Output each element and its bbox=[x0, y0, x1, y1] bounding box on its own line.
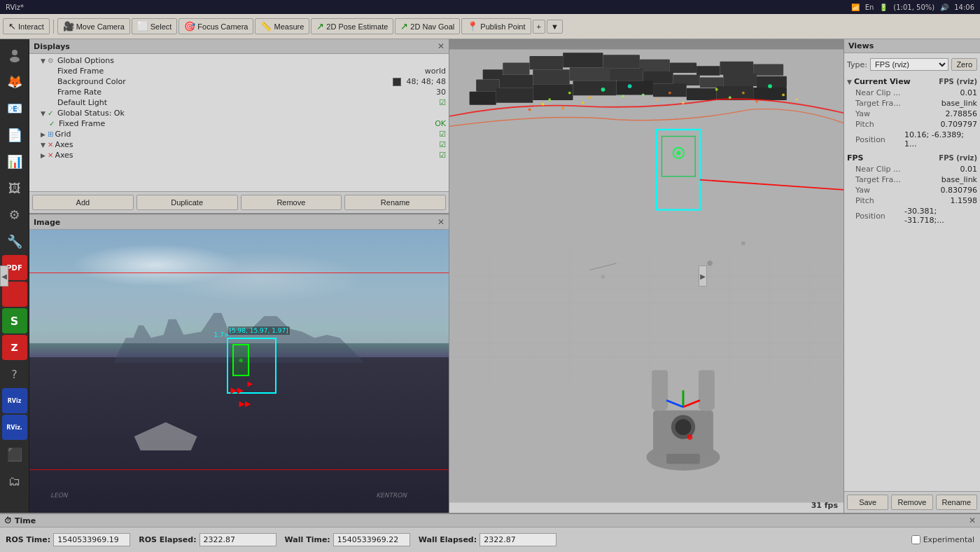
fps-section-label: FPS bbox=[847, 153, 937, 163]
bottom-panel: ⏱ Time ✕ ROS Time: 1540533969.19 ROS Ela… bbox=[0, 513, 980, 552]
sidebar-icon-user[interactable] bbox=[2, 42, 27, 67]
add-toolbar-button[interactable]: + bbox=[533, 20, 545, 34]
views-zero-button[interactable]: Zero bbox=[951, 58, 977, 71]
remove-button[interactable]: Remove bbox=[241, 195, 342, 210]
sidebar-icon-rviz2[interactable]: RViz. bbox=[2, 415, 27, 440]
svg-point-1 bbox=[10, 57, 20, 62]
svg-rect-31 bbox=[670, 63, 696, 73]
interact-button[interactable]: ↖ Interact bbox=[3, 18, 50, 34]
tree-item-axes2[interactable]: ▶ ✕ Axes ☑ bbox=[31, 150, 447, 160]
displays-panel: Displays ✕ ▼ ⚙ Global Options Fixed Fram… bbox=[29, 39, 449, 214]
experimental-checkbox[interactable] bbox=[911, 535, 920, 544]
views-type-label: Type: bbox=[847, 60, 867, 69]
system-bar-left: RViz* bbox=[6, 4, 24, 11]
fps-section-header[interactable]: FPS FPS (rviz) bbox=[847, 152, 977, 164]
svg-rect-47 bbox=[533, 84, 573, 100]
sidebar-icon-chart[interactable]: 📊 bbox=[2, 149, 27, 174]
wall-elapsed-label: Wall Elapsed: bbox=[419, 535, 477, 544]
tree-item-global-status[interactable]: ▼ ✓ Global Status: Ok bbox=[31, 108, 447, 118]
views-type-select[interactable]: FPS (rviz) bbox=[870, 58, 948, 71]
svg-rect-90 bbox=[666, 454, 700, 464]
tree-item-fixed-frame[interactable]: Fixed Frame world bbox=[31, 66, 447, 76]
ros-elapsed-value: 2322.87 bbox=[200, 533, 276, 546]
nav-goal-button[interactable]: ↗ 2D Nav Goal bbox=[395, 18, 460, 34]
select-button[interactable]: ⬜ Select bbox=[132, 18, 178, 34]
sidebar-icon-z-red[interactable]: Z bbox=[2, 335, 27, 360]
svg-point-55 bbox=[568, 92, 571, 95]
publish-point-button[interactable]: 📍 Publish Point bbox=[461, 18, 531, 34]
focus-camera-button[interactable]: 🎯 Focus Camera bbox=[178, 18, 253, 34]
current-view-type: FPS (rviz) bbox=[939, 78, 977, 85]
tree-item-grid[interactable]: ▶ ⊞ Grid ☑ bbox=[31, 129, 447, 139]
svg-point-59 bbox=[542, 103, 545, 106]
svg-point-68 bbox=[715, 88, 718, 91]
collapse-left-button[interactable]: ◀ bbox=[0, 265, 8, 287]
tree-item-frame-rate[interactable]: Frame Rate 30 bbox=[31, 87, 447, 97]
wall-elapsed-field: Wall Elapsed: 2322.87 bbox=[419, 533, 556, 546]
sidebar-icon-rviz[interactable]: RViz bbox=[2, 388, 27, 413]
sidebar-icon-bottom[interactable]: 🗂 bbox=[2, 468, 27, 493]
views-save-button[interactable]: Save bbox=[847, 495, 888, 510]
measure-button[interactable]: 📏 Measure bbox=[255, 18, 309, 34]
pose-estimate-button[interactable]: ↗ 2D Pose Estimate bbox=[311, 18, 393, 34]
fps-target-frame-value: base_link bbox=[941, 175, 977, 184]
collapse-right-button[interactable]: ▶ bbox=[699, 265, 707, 287]
sidebar-icon-s[interactable]: S bbox=[2, 308, 27, 333]
sidebar-icon-firefox[interactable]: 🦊 bbox=[2, 69, 27, 94]
toolbar-extra-button[interactable]: ▼ bbox=[547, 20, 563, 34]
fixed-frame-label: Fixed Frame bbox=[57, 67, 422, 76]
sidebar-icon-email[interactable]: 📧 bbox=[2, 95, 27, 120]
svg-point-61 bbox=[582, 102, 584, 104]
sidebar-icon-wrench[interactable]: 🔧 bbox=[2, 228, 27, 254]
displays-close-button[interactable]: ✕ bbox=[438, 41, 444, 51]
move-camera-icon: 🎥 bbox=[63, 21, 74, 32]
app-title: RViz* bbox=[6, 4, 24, 11]
svg-rect-45 bbox=[470, 92, 496, 105]
fps-section: FPS FPS (rviz) Near Clip ... 0.01 Target… bbox=[847, 152, 977, 226]
current-view-label: Current View bbox=[854, 77, 937, 86]
tree-item-axes[interactable]: ▼ ✕ Axes ☑ bbox=[31, 139, 447, 150]
3d-view[interactable]: 31 fps ▶ bbox=[449, 39, 844, 513]
image-content[interactable]: [5.98, 15.97, 1.97] ⊕ ▶▶ ▶▶ ▶ 1.7> LEON … bbox=[29, 230, 449, 513]
svg-point-67 bbox=[528, 108, 531, 111]
3d-canvas[interactable]: 31 fps bbox=[449, 39, 844, 513]
svg-point-58 bbox=[622, 95, 624, 97]
move-camera-button[interactable]: 🎥 Move Camera bbox=[57, 18, 130, 34]
add-button[interactable]: Add bbox=[32, 195, 134, 210]
sidebar-icon-image[interactable]: 🖼 bbox=[2, 175, 27, 200]
sidebar-icon-docs[interactable]: 📄 bbox=[2, 122, 27, 147]
image-red-markers3: ▶ bbox=[247, 380, 253, 387]
tree-item-global-options[interactable]: ▼ ⚙ Global Options bbox=[31, 55, 447, 66]
sidebar-icon-question[interactable]: ? bbox=[2, 361, 27, 387]
fps-prop-pitch: Pitch 1.1598 bbox=[847, 195, 977, 206]
image-title: Image bbox=[34, 218, 60, 227]
focus-camera-icon: 🎯 bbox=[184, 21, 195, 32]
image-panel: Image ✕ bbox=[29, 214, 449, 513]
toolbar-separator-1 bbox=[53, 20, 54, 34]
duplicate-button[interactable]: Duplicate bbox=[136, 195, 238, 210]
displays-tree[interactable]: ▼ ⚙ Global Options Fixed Frame world bbox=[29, 54, 449, 191]
sidebar-icon-settings[interactable]: ⚙ bbox=[2, 202, 27, 227]
svg-rect-28 bbox=[563, 53, 603, 67]
svg-point-92 bbox=[601, 275, 606, 279]
default-light-label: Default Light bbox=[57, 98, 436, 107]
image-close-button[interactable]: ✕ bbox=[438, 217, 444, 227]
tree-item-fixed-frame-ok[interactable]: ✓ Fixed Frame OK bbox=[31, 118, 447, 129]
prop-yaw: Yaw 2.78856 bbox=[847, 109, 977, 119]
near-clip-value: 0.01 bbox=[960, 88, 978, 97]
svg-point-93 bbox=[741, 241, 746, 245]
svg-rect-42 bbox=[700, 78, 723, 88]
bg-color-swatch[interactable] bbox=[393, 78, 401, 86]
tree-item-default-light[interactable]: Default Light ☑ bbox=[31, 97, 447, 108]
rename-button[interactable]: Rename bbox=[344, 195, 446, 210]
views-remove-button[interactable]: Remove bbox=[891, 495, 932, 510]
current-view-header[interactable]: ▼ Current View FPS (rviz) bbox=[847, 76, 977, 88]
sidebar-icon-grid-apps[interactable]: ⬛ bbox=[2, 441, 27, 467]
tree-item-bg-color[interactable]: Background Color 48; 48; 48 bbox=[31, 76, 447, 87]
time-close-button[interactable]: ✕ bbox=[969, 516, 976, 525]
near-clip-label: Near Clip ... bbox=[855, 88, 960, 97]
position-value: 10.16; -6.3389; 1... bbox=[904, 130, 977, 149]
system-bar-right: 📶 En 🔋 (1:01, 50%) 🔊 14:06 bbox=[851, 4, 974, 11]
views-rename-button[interactable]: Rename bbox=[936, 495, 977, 510]
svg-point-66 bbox=[682, 102, 685, 104]
